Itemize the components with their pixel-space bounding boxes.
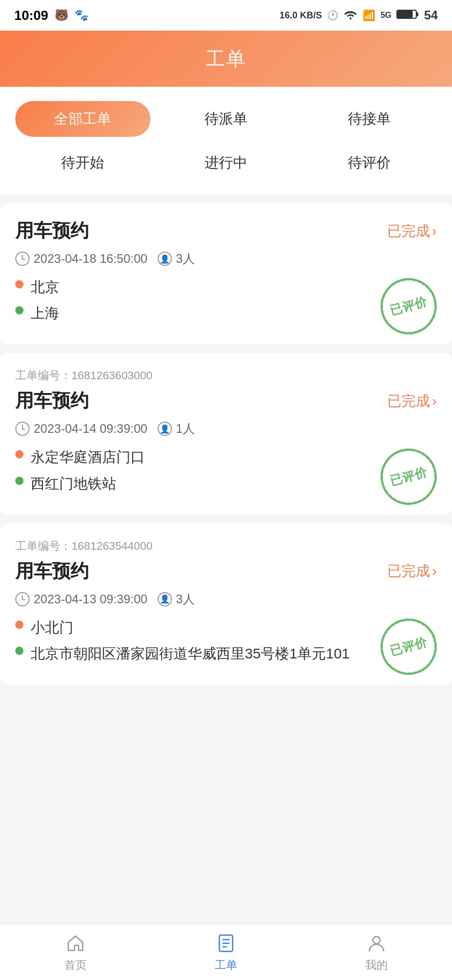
order-3-no: 工单编号：1681263544000 [15, 538, 437, 554]
mine-icon [365, 932, 388, 954]
app-icon: 🐾 [74, 9, 88, 22]
filter-pending-dispatch[interactable]: 待派单 [159, 101, 294, 137]
orders-list: 用车预约 已完成 › 2023-04-18 16:50:00 👤 3人 北京 [0, 203, 452, 746]
orders-icon [215, 932, 237, 954]
nav-home-label: 首页 [64, 958, 87, 973]
order-1-to: 上海 [15, 303, 437, 323]
nav-mine-label: 我的 [365, 958, 388, 973]
origin-dot-3 [15, 621, 23, 629]
header: 工单 [0, 31, 452, 87]
person-icon-3: 👤 [158, 592, 172, 606]
order-1-locations: 北京 上海 [15, 277, 437, 323]
filter-in-progress[interactable]: 进行中 [159, 145, 294, 181]
filter-all[interactable]: 全部工单 [15, 101, 150, 137]
home-icon [64, 932, 87, 954]
order-1-datetime: 2023-04-18 16:50:00 [15, 252, 147, 266]
order-2-header: 用车预约 已完成 › [15, 388, 437, 413]
bottom-nav: 首页 工单 我的 [0, 924, 452, 980]
person-icon-1: 👤 [158, 252, 172, 266]
origin-dot-1 [15, 280, 23, 288]
order-1-type: 用车预约 [15, 218, 89, 243]
svg-rect-2 [397, 11, 413, 18]
clock-icon-2 [15, 422, 30, 436]
nav-home[interactable]: 首页 [0, 932, 150, 973]
person-icon-2: 👤 [158, 422, 172, 436]
order-3-datetime: 2023-04-13 09:39:00 [15, 592, 147, 606]
order-1-persons: 👤 3人 [158, 251, 195, 267]
order-2-persons: 👤 1人 [158, 421, 195, 437]
filter-row-1: 全部工单 待派单 待接单 [15, 101, 437, 137]
wifi-icon [343, 9, 358, 22]
order-2-no: 工单编号：1681263603000 [15, 368, 437, 383]
nav-orders-label: 工单 [215, 958, 237, 973]
battery-icon [396, 9, 419, 22]
origin-dot-2 [15, 450, 23, 458]
order-3-status: 已完成 › [387, 561, 437, 581]
order-1-from: 北京 [15, 277, 437, 297]
filter-row-2: 待开始 进行中 待评价 [15, 145, 437, 181]
order-3-to: 北京市朝阳区潘家园街道华威西里35号楼1单元101 [15, 644, 437, 664]
order-3-locations: 小北门 北京市朝阳区潘家园街道华威西里35号楼1单元101 [15, 618, 437, 664]
order-2-meta: 2023-04-14 09:39:00 👤 1人 [15, 421, 437, 437]
order-1-meta: 2023-04-18 16:50:00 👤 3人 [15, 251, 437, 267]
order-2-locations: 永定华庭酒店门口 西红门地铁站 [15, 447, 437, 493]
order-3-meta: 2023-04-13 09:39:00 👤 3人 [15, 591, 437, 607]
battery-level: 54 [424, 8, 438, 22]
status-right: 16.0 KB/S 🕐 📶 5G 54 [280, 8, 438, 22]
notification-icon: 🐻 [55, 9, 68, 22]
network-speed: 16.0 KB/S [280, 10, 322, 21]
svg-rect-1 [416, 12, 418, 16]
nav-orders[interactable]: 工单 [150, 932, 301, 973]
dest-dot-1 [15, 306, 23, 314]
filter-pending-accept[interactable]: 待接单 [302, 101, 437, 137]
status-left: 10:09 🐻 🐾 [14, 8, 88, 23]
clock-icon-1 [15, 252, 30, 266]
order-card-3[interactable]: 工单编号：1681263544000 用车预约 已完成 › 2023-04-13… [0, 523, 452, 685]
filter-pending-start[interactable]: 待开始 [15, 145, 150, 181]
status-time: 10:09 [14, 8, 48, 23]
order-2-from: 永定华庭酒店门口 [15, 447, 437, 467]
status-bar: 10:09 🐻 🐾 16.0 KB/S 🕐 📶 5G 54 [0, 0, 452, 31]
svg-point-7 [373, 937, 380, 944]
clock-icon-3 [15, 592, 30, 606]
5g-icon: 5G [381, 11, 391, 20]
order-3-persons: 👤 3人 [158, 591, 195, 607]
order-2-status: 已完成 › [387, 391, 437, 411]
order-3-header: 用车预约 已完成 › [15, 559, 437, 584]
clock-status-icon: 🕐 [327, 10, 338, 21]
order-2-datetime: 2023-04-14 09:39:00 [15, 422, 147, 436]
order-2-type: 用车预约 [15, 388, 89, 413]
filter-pending-review[interactable]: 待评价 [302, 145, 437, 181]
order-1-header: 用车预约 已完成 › [15, 218, 437, 243]
order-2-to: 西红门地铁站 [15, 474, 437, 494]
dest-dot-3 [15, 647, 23, 655]
signal-icon: 📶 [363, 9, 375, 21]
page-title: 工单 [206, 46, 246, 72]
order-card-2[interactable]: 工单编号：1681263603000 用车预约 已完成 › 2023-04-14… [0, 353, 452, 514]
order-3-type: 用车预约 [15, 559, 89, 584]
order-1-status: 已完成 › [387, 222, 437, 241]
nav-mine[interactable]: 我的 [302, 932, 452, 973]
order-3-from: 小北门 [15, 618, 437, 638]
dest-dot-2 [15, 477, 23, 485]
order-card-1[interactable]: 用车预约 已完成 › 2023-04-18 16:50:00 👤 3人 北京 [0, 203, 452, 345]
filter-section: 全部工单 待派单 待接单 待开始 进行中 待评价 [0, 87, 452, 195]
